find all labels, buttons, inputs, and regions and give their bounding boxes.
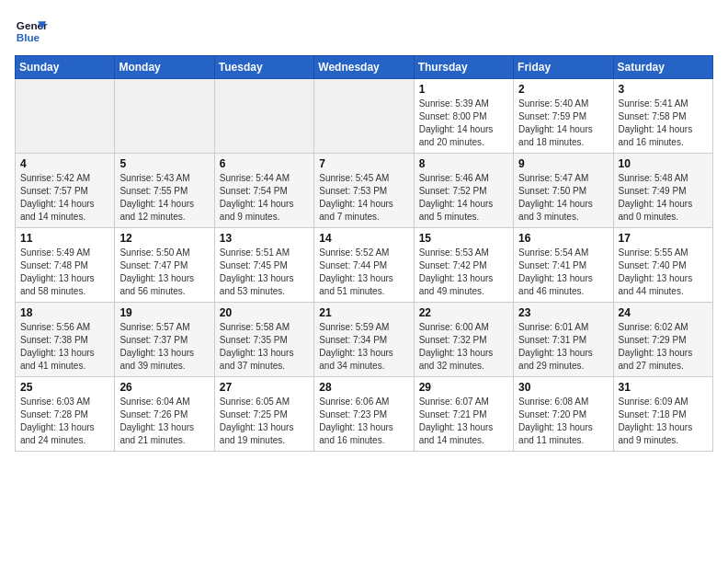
calendar-cell: 31Sunrise: 6:09 AMSunset: 7:18 PMDayligh… bbox=[613, 377, 712, 452]
day-info: Sunrise: 5:59 AMSunset: 7:34 PMDaylight:… bbox=[319, 321, 408, 373]
calendar-cell: 28Sunrise: 6:06 AMSunset: 7:23 PMDayligh… bbox=[314, 377, 414, 452]
day-info: Sunrise: 5:53 AMSunset: 7:42 PMDaylight:… bbox=[419, 247, 508, 298]
calendar-cell: 6Sunrise: 5:44 AMSunset: 7:54 PMDaylight… bbox=[214, 154, 313, 228]
day-info: Sunrise: 6:01 AMSunset: 7:31 PMDaylight:… bbox=[518, 321, 608, 373]
calendar-cell: 21Sunrise: 5:59 AMSunset: 7:34 PMDayligh… bbox=[314, 303, 414, 377]
calendar-cell: 18Sunrise: 5:56 AMSunset: 7:38 PMDayligh… bbox=[16, 303, 115, 377]
calendar-cell bbox=[214, 79, 313, 154]
day-info: Sunrise: 5:42 AMSunset: 7:57 PMDaylight:… bbox=[20, 172, 109, 224]
day-info: Sunrise: 5:55 AMSunset: 7:40 PMDaylight:… bbox=[619, 247, 708, 298]
calendar-cell: 4Sunrise: 5:42 AMSunset: 7:57 PMDaylight… bbox=[16, 154, 115, 228]
calendar-cell: 7Sunrise: 5:45 AMSunset: 7:53 PMDaylight… bbox=[314, 154, 414, 228]
calendar-cell: 3Sunrise: 5:41 AMSunset: 7:58 PMDaylight… bbox=[613, 79, 712, 154]
day-number: 24 bbox=[619, 306, 708, 319]
day-info: Sunrise: 5:49 AMSunset: 7:48 PMDaylight:… bbox=[20, 247, 109, 298]
day-number: 1 bbox=[419, 83, 508, 96]
weekday-header-saturday: Saturday bbox=[613, 56, 712, 79]
calendar-cell: 27Sunrise: 6:05 AMSunset: 7:25 PMDayligh… bbox=[214, 377, 313, 452]
day-info: Sunrise: 5:39 AMSunset: 8:00 PMDaylight:… bbox=[419, 98, 508, 149]
day-info: Sunrise: 5:56 AMSunset: 7:38 PMDaylight:… bbox=[20, 321, 109, 373]
day-info: Sunrise: 5:46 AMSunset: 7:52 PMDaylight:… bbox=[419, 172, 508, 224]
day-number: 17 bbox=[619, 232, 708, 245]
calendar-cell: 26Sunrise: 6:04 AMSunset: 7:26 PMDayligh… bbox=[115, 377, 214, 452]
day-number: 2 bbox=[518, 83, 608, 96]
day-number: 27 bbox=[220, 381, 309, 394]
day-info: Sunrise: 5:58 AMSunset: 7:35 PMDaylight:… bbox=[220, 321, 309, 373]
day-info: Sunrise: 5:47 AMSunset: 7:50 PMDaylight:… bbox=[518, 172, 608, 224]
day-number: 9 bbox=[518, 157, 608, 170]
calendar-cell: 19Sunrise: 5:57 AMSunset: 7:37 PMDayligh… bbox=[115, 303, 214, 377]
day-number: 4 bbox=[20, 157, 109, 170]
day-info: Sunrise: 6:04 AMSunset: 7:26 PMDaylight:… bbox=[119, 396, 209, 447]
day-number: 7 bbox=[319, 157, 408, 170]
day-number: 31 bbox=[619, 381, 708, 394]
logo-icon: General Blue bbox=[15, 15, 48, 48]
calendar-cell: 30Sunrise: 6:08 AMSunset: 7:20 PMDayligh… bbox=[514, 377, 613, 452]
page-header: General Blue bbox=[15, 15, 713, 48]
calendar-cell: 17Sunrise: 5:55 AMSunset: 7:40 PMDayligh… bbox=[613, 228, 712, 303]
calendar-cell: 29Sunrise: 6:07 AMSunset: 7:21 PMDayligh… bbox=[414, 377, 513, 452]
day-info: Sunrise: 5:45 AMSunset: 7:53 PMDaylight:… bbox=[319, 172, 408, 224]
calendar-cell: 5Sunrise: 5:43 AMSunset: 7:55 PMDaylight… bbox=[115, 154, 214, 228]
day-number: 15 bbox=[419, 232, 508, 245]
weekday-header-sunday: Sunday bbox=[16, 56, 115, 79]
day-number: 14 bbox=[319, 232, 408, 245]
calendar-cell: 20Sunrise: 5:58 AMSunset: 7:35 PMDayligh… bbox=[214, 303, 313, 377]
calendar-cell: 9Sunrise: 5:47 AMSunset: 7:50 PMDaylight… bbox=[514, 154, 613, 228]
day-number: 5 bbox=[119, 157, 209, 170]
day-info: Sunrise: 6:05 AMSunset: 7:25 PMDaylight:… bbox=[220, 396, 309, 447]
calendar-cell: 2Sunrise: 5:40 AMSunset: 7:59 PMDaylight… bbox=[514, 79, 613, 154]
day-info: Sunrise: 5:43 AMSunset: 7:55 PMDaylight:… bbox=[119, 172, 209, 224]
calendar-cell: 14Sunrise: 5:52 AMSunset: 7:44 PMDayligh… bbox=[314, 228, 414, 303]
day-number: 25 bbox=[20, 381, 109, 394]
day-number: 21 bbox=[319, 306, 408, 319]
calendar-cell bbox=[115, 79, 214, 154]
calendar-cell: 15Sunrise: 5:53 AMSunset: 7:42 PMDayligh… bbox=[414, 228, 513, 303]
day-number: 16 bbox=[518, 232, 608, 245]
calendar-cell: 16Sunrise: 5:54 AMSunset: 7:41 PMDayligh… bbox=[514, 228, 613, 303]
day-number: 29 bbox=[419, 381, 508, 394]
day-number: 23 bbox=[518, 306, 608, 319]
calendar-cell: 24Sunrise: 6:02 AMSunset: 7:29 PMDayligh… bbox=[613, 303, 712, 377]
day-info: Sunrise: 6:07 AMSunset: 7:21 PMDaylight:… bbox=[419, 396, 508, 447]
day-number: 11 bbox=[20, 232, 109, 245]
day-number: 12 bbox=[119, 232, 209, 245]
day-number: 10 bbox=[619, 157, 708, 170]
day-info: Sunrise: 5:48 AMSunset: 7:49 PMDaylight:… bbox=[619, 172, 708, 224]
svg-text:Blue: Blue bbox=[17, 31, 40, 43]
calendar-cell: 10Sunrise: 5:48 AMSunset: 7:49 PMDayligh… bbox=[613, 154, 712, 228]
day-info: Sunrise: 5:52 AMSunset: 7:44 PMDaylight:… bbox=[319, 247, 408, 298]
calendar-cell: 8Sunrise: 5:46 AMSunset: 7:52 PMDaylight… bbox=[414, 154, 513, 228]
day-number: 22 bbox=[419, 306, 508, 319]
day-info: Sunrise: 5:54 AMSunset: 7:41 PMDaylight:… bbox=[518, 247, 608, 298]
day-info: Sunrise: 6:02 AMSunset: 7:29 PMDaylight:… bbox=[619, 321, 708, 373]
weekday-header-monday: Monday bbox=[115, 56, 214, 79]
day-number: 8 bbox=[419, 157, 508, 170]
day-info: Sunrise: 5:57 AMSunset: 7:37 PMDaylight:… bbox=[119, 321, 209, 373]
day-info: Sunrise: 6:03 AMSunset: 7:28 PMDaylight:… bbox=[20, 396, 109, 447]
day-info: Sunrise: 5:51 AMSunset: 7:45 PMDaylight:… bbox=[220, 247, 309, 298]
day-number: 28 bbox=[319, 381, 408, 394]
day-number: 18 bbox=[20, 306, 109, 319]
calendar-cell: 23Sunrise: 6:01 AMSunset: 7:31 PMDayligh… bbox=[514, 303, 613, 377]
day-number: 30 bbox=[518, 381, 608, 394]
day-info: Sunrise: 5:50 AMSunset: 7:47 PMDaylight:… bbox=[119, 247, 209, 298]
day-info: Sunrise: 6:06 AMSunset: 7:23 PMDaylight:… bbox=[319, 396, 408, 447]
logo: General Blue bbox=[15, 15, 48, 48]
day-number: 13 bbox=[220, 232, 309, 245]
day-number: 19 bbox=[119, 306, 209, 319]
calendar-cell: 11Sunrise: 5:49 AMSunset: 7:48 PMDayligh… bbox=[16, 228, 115, 303]
day-number: 26 bbox=[119, 381, 209, 394]
calendar-cell: 13Sunrise: 5:51 AMSunset: 7:45 PMDayligh… bbox=[214, 228, 313, 303]
calendar-cell bbox=[314, 79, 414, 154]
weekday-header-friday: Friday bbox=[514, 56, 613, 79]
calendar-cell: 12Sunrise: 5:50 AMSunset: 7:47 PMDayligh… bbox=[115, 228, 214, 303]
calendar-cell bbox=[16, 79, 115, 154]
day-number: 3 bbox=[619, 83, 708, 96]
weekday-header-wednesday: Wednesday bbox=[314, 56, 414, 79]
calendar-cell: 22Sunrise: 6:00 AMSunset: 7:32 PMDayligh… bbox=[414, 303, 513, 377]
day-number: 6 bbox=[220, 157, 309, 170]
calendar-table: SundayMondayTuesdayWednesdayThursdayFrid… bbox=[15, 55, 713, 452]
day-info: Sunrise: 5:44 AMSunset: 7:54 PMDaylight:… bbox=[220, 172, 309, 224]
calendar-cell: 25Sunrise: 6:03 AMSunset: 7:28 PMDayligh… bbox=[16, 377, 115, 452]
